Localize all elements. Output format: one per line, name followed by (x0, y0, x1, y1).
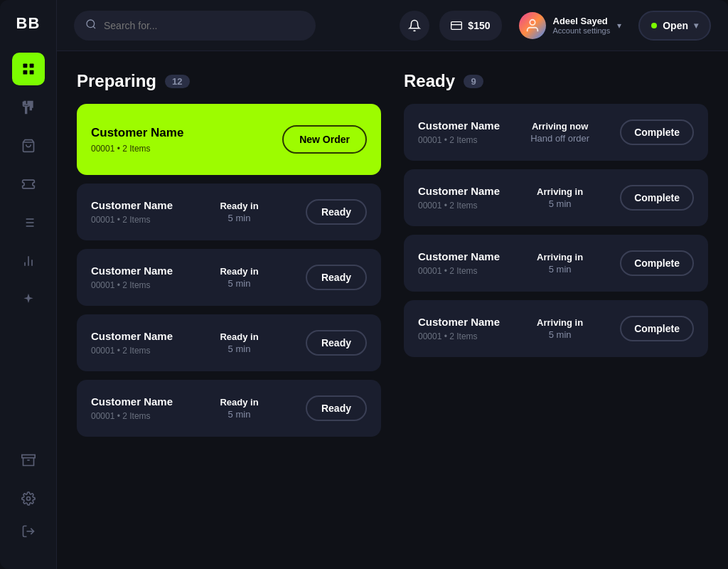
preparing-title: Preparing (77, 71, 156, 91)
ready-title: Ready (404, 71, 455, 91)
user-info: Adeel Sayed Account settings (553, 16, 611, 35)
new-order-button[interactable]: New Order (282, 125, 367, 154)
sparkle-icon (21, 292, 36, 307)
card-action: Complete (620, 185, 694, 211)
sidebar-item-settings[interactable] (12, 482, 45, 515)
chevron-down-icon: ▾ (617, 21, 621, 31)
ready-header: Ready 9 (404, 71, 708, 91)
ready-button-1[interactable]: Ready (306, 265, 367, 290)
order-id: 00001 • 2 Items (91, 346, 173, 356)
order-id: 00001 • 2 Items (418, 135, 500, 145)
wallet-button[interactable]: $150 (439, 11, 501, 41)
customer-name: Customer Name (418, 185, 500, 197)
ready-button-3[interactable]: Ready (306, 395, 367, 421)
card-left: Customer Name 00001 • 2 Items (418, 119, 500, 145)
card-action: Complete (620, 119, 694, 145)
content-area: Preparing 12 Customer Name 00001 • 2 Ite… (57, 51, 728, 569)
complete-button-3[interactable]: Complete (620, 316, 694, 341)
preparing-order-card-3: Customer Name 00001 • 2 Items Ready in 5… (77, 380, 381, 437)
fork-knife-icon (21, 100, 36, 115)
sidebar-item-cart[interactable] (12, 129, 45, 162)
ready-column: Ready 9 Customer Name 00001 • 2 Items Ar… (404, 71, 708, 555)
svg-point-16 (26, 497, 30, 501)
card-middle: Ready in 5 min (220, 201, 258, 223)
order-id: 00001 • 2 Items (418, 331, 500, 341)
card-left: Customer Name 00001 • 2 Items (91, 199, 173, 225)
bell-icon (408, 19, 421, 32)
header: $150 Adeel Sayed Account settings ▾ (57, 0, 728, 51)
preparing-cards-list: Customer Name 00001 • 2 Items New Order … (77, 104, 381, 437)
ready-order-card-3: Customer Name 00001 • 2 Items Arriving i… (404, 300, 708, 357)
notification-button[interactable] (400, 11, 429, 41)
sidebar-item-sparkle[interactable] (12, 283, 45, 316)
status-value: 5 min (228, 278, 251, 289)
user-role: Account settings (553, 26, 611, 35)
card-left: Customer Name 00001 • 2 Items (91, 330, 173, 356)
sidebar-item-grid[interactable] (12, 53, 45, 85)
logout-icon (21, 524, 36, 538)
status-value: Hand off order (530, 133, 589, 144)
chart-icon (21, 254, 36, 268)
preparing-count: 12 (165, 75, 189, 88)
card-left: Customer Name 00001 • 2 Items (418, 316, 500, 341)
ready-order-card-0: Customer Name 00001 • 2 Items Arriving n… (404, 104, 708, 161)
ticket-icon (21, 177, 36, 191)
svg-point-18 (87, 20, 95, 28)
svg-rect-2 (23, 70, 27, 75)
svg-line-19 (93, 26, 95, 28)
preparing-header: Preparing 12 (77, 71, 381, 91)
status-button[interactable]: Open ▾ (638, 11, 711, 41)
header-actions: $150 Adeel Sayed Account settings ▾ (400, 9, 711, 42)
status-dot (651, 23, 657, 28)
status-value: 5 min (228, 213, 251, 223)
sidebar-item-chart[interactable] (12, 245, 45, 277)
ready-button-0[interactable]: Ready (306, 199, 367, 225)
search-input[interactable] (104, 20, 304, 31)
new-order-action: New Order (282, 125, 367, 154)
status-label: Arriving in (537, 186, 583, 197)
svg-point-22 (530, 19, 535, 24)
preparing-order-card-2: Customer Name 00001 • 2 Items Ready in 5… (77, 314, 381, 371)
sidebar-item-menu[interactable] (12, 91, 45, 124)
ready-order-card-1: Customer Name 00001 • 2 Items Arriving i… (404, 169, 708, 226)
archive-icon (21, 453, 36, 467)
svg-rect-1 (29, 64, 33, 68)
sidebar-item-list[interactable] (12, 206, 45, 239)
search-bar[interactable] (74, 11, 316, 41)
preparing-order-card-1: Customer Name 00001 • 2 Items Ready in 5… (77, 249, 381, 306)
order-id: 00001 • 2 Items (418, 266, 500, 276)
card-action: Complete (620, 250, 694, 276)
svg-rect-20 (451, 21, 462, 29)
settings-icon (21, 491, 36, 506)
sidebar-nav (12, 53, 45, 515)
ready-count: 9 (464, 75, 483, 88)
ready-order-card-2: Customer Name 00001 • 2 Items Arriving i… (404, 235, 708, 292)
card-action: Ready (306, 265, 367, 290)
card-left: Customer Name 00001 • 2 Items (91, 265, 173, 290)
complete-button-1[interactable]: Complete (620, 185, 694, 211)
card-middle: Ready in 5 min (220, 397, 258, 420)
status-label: Ready in (220, 397, 258, 408)
order-id: 00001 • 2 Items (91, 280, 173, 290)
sidebar-item-archive[interactable] (12, 444, 45, 477)
complete-button-2[interactable]: Complete (620, 250, 694, 276)
user-button[interactable]: Adeel Sayed Account settings ▾ (512, 9, 629, 42)
cart-icon (21, 139, 36, 153)
sidebar-item-ticket[interactable] (12, 168, 45, 201)
ready-button-2[interactable]: Ready (306, 330, 367, 356)
status-value: 5 min (228, 344, 251, 354)
wallet-icon (451, 20, 462, 31)
sidebar-item-logout[interactable] (12, 515, 45, 548)
card-middle: Arriving in 5 min (537, 317, 583, 340)
grid-icon (21, 62, 36, 76)
customer-name: Customer Name (418, 316, 500, 328)
complete-button-0[interactable]: Complete (620, 119, 694, 145)
svg-rect-0 (23, 64, 27, 68)
card-action: Complete (620, 316, 694, 341)
status-chevron-icon: ▾ (694, 21, 698, 31)
customer-name: Customer Name (91, 395, 173, 408)
status-label: Open (663, 20, 688, 31)
card-middle: Arriving now Hand off order (530, 121, 589, 144)
main-content: $150 Adeel Sayed Account settings ▾ (57, 0, 728, 569)
order-id: 00001 • 2 Items (91, 411, 173, 421)
